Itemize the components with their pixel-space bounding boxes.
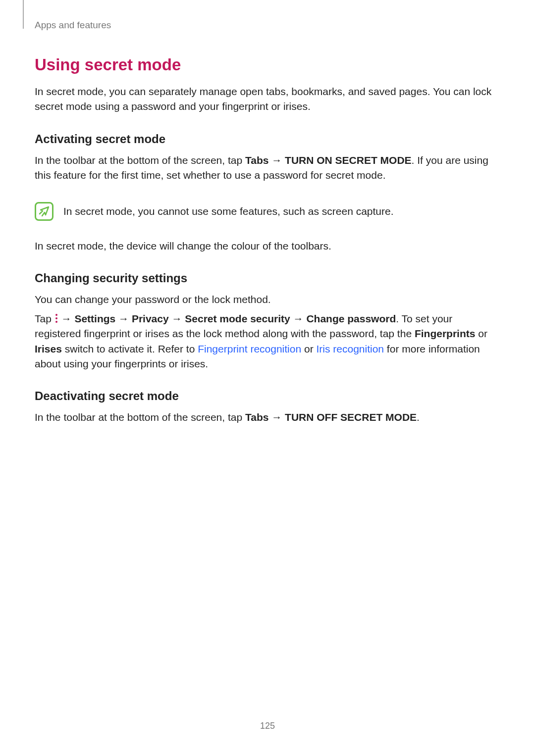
section2-tap-instructions: Tap → Settings → Privacy → Secret mode s… [35, 311, 500, 372]
arrow: → [290, 313, 307, 324]
fingerprint-recognition-link[interactable]: Fingerprint recognition [198, 343, 301, 354]
privacy-label: Privacy [132, 313, 169, 324]
page-content: Apps and features Using secret mode In s… [0, 0, 535, 425]
arrow: → [268, 411, 285, 423]
settings-label: Settings [74, 313, 115, 324]
breadcrumb: Apps and features [35, 20, 500, 31]
arrow: → [58, 313, 75, 324]
page-edge-mark [23, 0, 24, 29]
text: . [417, 411, 420, 423]
section3-paragraph1: In the toolbar at the bottom of the scre… [35, 410, 500, 425]
intro-paragraph: In secret mode, you can separately manag… [35, 84, 500, 114]
text: In the toolbar at the bottom of the scre… [35, 154, 245, 166]
text: Tap [35, 313, 54, 324]
turn-off-secret-mode-label: TURN OFF SECRET MODE [285, 411, 417, 423]
section-activating-heading: Activating secret mode [35, 132, 500, 146]
change-password-label: Change password [306, 313, 396, 324]
text: switch to activate it. Refer to [62, 343, 198, 354]
turn-on-secret-mode-label: TURN ON SECRET MODE [285, 154, 412, 166]
iris-recognition-link[interactable]: Iris recognition [316, 343, 384, 354]
section2-paragraph1: You can change your password or the lock… [35, 292, 500, 307]
note-text: In secret mode, you cannot use some feat… [63, 201, 394, 219]
section1-paragraph1: In the toolbar at the bottom of the scre… [35, 153, 500, 183]
fingerprints-label: Fingerprints [415, 328, 476, 339]
page-title: Using secret mode [35, 55, 500, 74]
note-icon [35, 202, 54, 221]
section-deactivating-heading: Deactivating secret mode [35, 389, 500, 403]
section-changing-heading: Changing security settings [35, 271, 500, 285]
page-number: 125 [0, 721, 535, 731]
tabs-label: Tabs [245, 411, 268, 423]
secret-mode-security-label: Secret mode security [185, 313, 290, 324]
irises-label: Irises [35, 343, 62, 354]
text: or [301, 343, 316, 354]
tabs-label: Tabs [245, 154, 268, 166]
arrow: → [169, 313, 185, 324]
text: In the toolbar at the bottom of the scre… [35, 411, 245, 423]
text: or [475, 328, 487, 339]
more-options-icon [55, 314, 57, 323]
arrow: → [268, 154, 285, 166]
section1-paragraph2: In secret mode, the device will change t… [35, 239, 500, 253]
note-callout: In secret mode, you cannot use some feat… [35, 201, 500, 221]
arrow: → [115, 313, 132, 324]
